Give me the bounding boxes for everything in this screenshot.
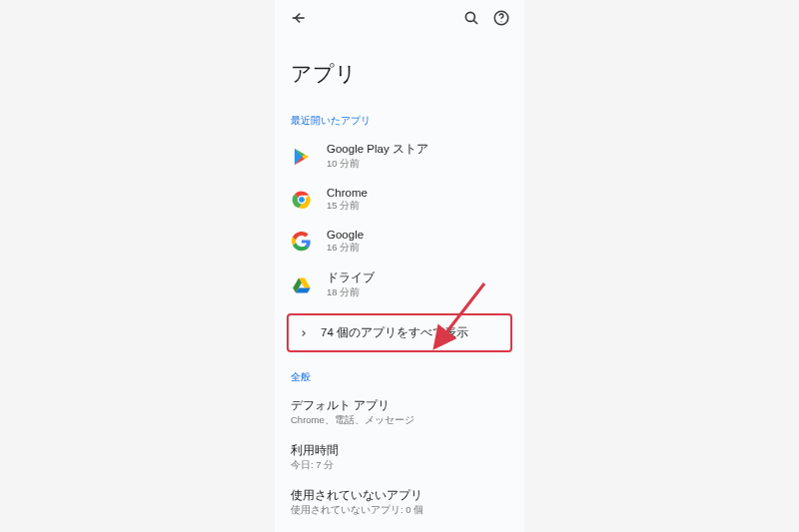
app-name: Chrome [327, 187, 368, 199]
general-usage-time[interactable]: 利用時間 今日: 7 分 [275, 435, 524, 480]
app-sub: 18 分前 [327, 286, 375, 299]
play-store-icon [291, 146, 313, 168]
section-general-label: 全般 [275, 362, 524, 390]
app-row-chrome[interactable]: Chrome 15 分前 [275, 179, 524, 221]
app-row-google[interactable]: Google 16 分前 [275, 221, 524, 263]
general-default-apps[interactable]: デフォルト アプリ Chrome、電話、メッセージ [275, 390, 524, 435]
gen-title: デフォルト アプリ [291, 398, 508, 413]
svg-line-1 [473, 20, 477, 24]
app-sub: 16 分前 [327, 242, 364, 255]
page-title: アプリ [275, 36, 524, 106]
search-button[interactable] [460, 7, 482, 29]
phone-screen: アプリ 最近開いたアプリ Google Play ストア 10 分前 Chrom… [275, 0, 524, 532]
app-sub: 15 分前 [327, 200, 368, 213]
general-unused-apps[interactable]: 使用されていないアプリ 使用されていないアプリ: 0 個 [275, 480, 524, 525]
gen-title: 利用時間 [291, 443, 508, 458]
help-icon [492, 9, 510, 27]
app-name: Google [327, 229, 364, 241]
section-recent-label: 最近開いたアプリ [275, 106, 524, 134]
chevron-right-icon [299, 328, 309, 338]
svg-point-3 [500, 21, 501, 22]
google-icon [291, 231, 313, 253]
gen-sub: Chrome、電話、メッセージ [291, 414, 508, 427]
arrow-left-icon [289, 9, 307, 27]
app-row-playstore[interactable]: Google Play ストア 10 分前 [275, 134, 524, 179]
chrome-icon [291, 189, 313, 211]
app-name: Google Play ストア [327, 142, 428, 157]
help-button[interactable] [490, 7, 512, 29]
svg-point-0 [465, 12, 474, 21]
gen-title: 使用されていないアプリ [291, 488, 508, 503]
gen-sub: 今日: 7 分 [291, 459, 508, 472]
back-button[interactable] [287, 7, 309, 29]
app-name: ドライブ [327, 270, 375, 285]
search-icon [462, 9, 480, 27]
show-all-label: 74 個のアプリをすべて表示 [321, 325, 468, 340]
app-row-drive[interactable]: ドライブ 18 分前 [275, 263, 524, 307]
app-sub: 10 分前 [327, 158, 428, 171]
top-app-bar [275, 0, 524, 36]
gen-sub: 使用されていないアプリ: 0 個 [291, 504, 508, 517]
drive-icon [291, 274, 313, 296]
show-all-apps-button[interactable]: 74 個のアプリをすべて表示 [287, 313, 512, 352]
